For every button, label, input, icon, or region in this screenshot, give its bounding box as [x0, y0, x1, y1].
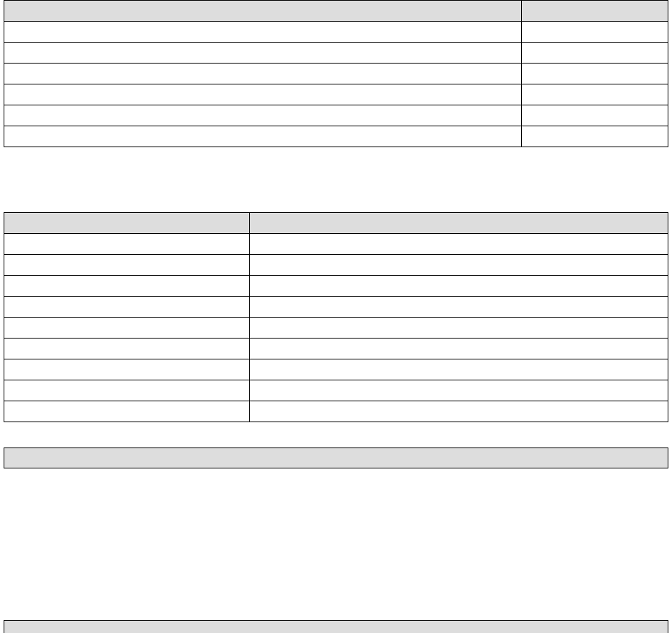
- section-header-bar-2: [4, 620, 668, 633]
- table-row: [4, 276, 668, 297]
- table-cell: [4, 297, 250, 318]
- table-cell: [249, 401, 668, 422]
- table-cell: [522, 105, 668, 126]
- table-cell: [4, 64, 522, 84]
- table-cell: [4, 318, 250, 339]
- table-cell: [249, 297, 668, 318]
- table-cell: [4, 43, 522, 64]
- table-cell: [249, 318, 668, 339]
- table-cell: [4, 84, 522, 105]
- table-2: [4, 212, 668, 422]
- section-header-bar-1: [4, 448, 668, 468]
- table-cell: [4, 380, 250, 401]
- table-row: [4, 380, 668, 401]
- table-row: [4, 297, 668, 318]
- table-cell: [4, 22, 522, 43]
- table-row: [4, 105, 668, 126]
- table-cell: [4, 276, 250, 297]
- table-row: [4, 234, 668, 255]
- table-row-header: [4, 1, 668, 22]
- table-cell: [249, 359, 668, 380]
- table-cell: [4, 105, 522, 126]
- table-cell: [522, 64, 668, 84]
- table-cell: [522, 43, 668, 64]
- table-row-header: [4, 213, 668, 234]
- table-row: [4, 126, 668, 147]
- table-row: [4, 64, 668, 84]
- table-cell: [4, 234, 250, 255]
- table-1: [4, 0, 668, 147]
- table-header-cell: [4, 213, 250, 234]
- table-row: [4, 22, 668, 43]
- table-row: [4, 359, 668, 380]
- table-cell: [249, 380, 668, 401]
- table-cell: [249, 255, 668, 276]
- table-cell: [249, 339, 668, 359]
- table-cell: [4, 401, 250, 422]
- table-cell: [249, 276, 668, 297]
- table-cell: [522, 22, 668, 43]
- table-cell: [522, 126, 668, 147]
- table-row: [4, 401, 668, 422]
- table-row: [4, 339, 668, 359]
- table-row: [4, 43, 668, 64]
- table-cell: [249, 234, 668, 255]
- table-cell: [4, 339, 250, 359]
- table-header-cell: [249, 213, 668, 234]
- table-cell: [4, 255, 250, 276]
- table-row: [4, 255, 668, 276]
- table-header-cell: [4, 1, 522, 22]
- table-cell: [4, 359, 250, 380]
- table-cell: [4, 126, 522, 147]
- table-row: [4, 318, 668, 339]
- table-header-cell: [522, 1, 668, 22]
- table-row: [4, 84, 668, 105]
- table-cell: [522, 84, 668, 105]
